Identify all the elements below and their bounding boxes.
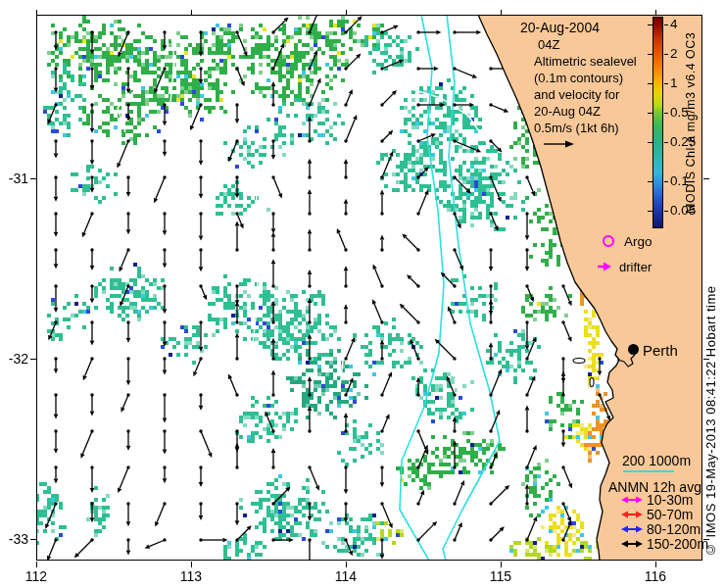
annotation-block: 20-Aug-200404ZAltimetric sealevel(0.1m c… xyxy=(520,20,637,136)
colorbar-tick xyxy=(648,211,652,212)
imos-modis-map-figure: 112113114115116-31-32-33 20-Aug-200404ZA… xyxy=(0,0,725,588)
depth-legend-row: 150-200m xyxy=(621,536,708,552)
annotation-line: 20-Aug 04Z xyxy=(534,103,637,120)
double-arrow-icon xyxy=(621,495,643,505)
x-axis-tick-top xyxy=(501,10,502,15)
drifter-label: drifter xyxy=(619,260,652,274)
velocity-scale-arrow-icon xyxy=(542,138,575,150)
credit-text: © IMOS 19-May-2013 08:41:22 Hobart time xyxy=(703,227,718,557)
y-axis-label: -32 xyxy=(0,351,28,367)
colorbar xyxy=(652,17,663,228)
depth-legend-label: 50-70m xyxy=(647,507,693,522)
isobath-legend-label: 200 1000m xyxy=(622,453,691,468)
double-arrow-icon xyxy=(621,510,643,519)
argo-label: Argo xyxy=(624,234,652,249)
depth-legend-label: 10-30m xyxy=(647,492,693,508)
x-axis-tick-top xyxy=(655,10,656,15)
x-axis-tick xyxy=(36,562,37,567)
y-axis-tick xyxy=(30,178,36,179)
x-axis-tick-top xyxy=(346,10,347,15)
colorbar-tick xyxy=(664,24,668,25)
depth-legend-label: 150-200m xyxy=(647,536,708,552)
colorbar-tick xyxy=(664,142,668,143)
double-arrow-icon xyxy=(621,524,643,534)
x-axis-label: 112 xyxy=(25,568,47,584)
drifter-marker-icon xyxy=(597,261,612,272)
depth-legend-row: 80-120m xyxy=(621,521,701,537)
y-axis-tick-right xyxy=(703,178,709,179)
y-axis-tick xyxy=(30,359,36,360)
x-axis-label: 113 xyxy=(180,568,202,584)
colorbar-tick-label: 1 xyxy=(670,75,678,90)
colorbar-tick xyxy=(648,142,652,143)
x-axis-label: 114 xyxy=(335,568,357,584)
colorbar-tick xyxy=(664,54,668,55)
argo-marker-icon xyxy=(603,235,614,247)
perth-city-marker xyxy=(628,344,639,355)
perth-label: Perth xyxy=(643,342,678,359)
y-axis-label: -33 xyxy=(0,531,28,547)
annotation-line: 04Z xyxy=(538,36,637,53)
x-axis-tick xyxy=(655,562,656,567)
colorbar-tick xyxy=(648,54,652,55)
x-axis-label: 116 xyxy=(645,568,666,584)
depth-legend-row: 50-70m xyxy=(621,507,693,522)
annotation-line: Altimetric sealevel xyxy=(534,53,637,70)
colorbar-tick xyxy=(664,83,668,84)
x-axis-label: 115 xyxy=(490,568,511,584)
colorbar-tick xyxy=(664,181,668,182)
annotation-line: (0.1m contours) xyxy=(534,70,637,86)
annotation-line: and velocity for xyxy=(534,86,637,103)
x-axis-tick-top xyxy=(191,10,192,15)
colorbar-tick-label: 2 xyxy=(670,46,678,61)
colorbar-tick xyxy=(664,113,668,114)
isobath-legend-line xyxy=(623,470,674,472)
depth-legend-row: 10-30m xyxy=(621,492,693,508)
x-axis-tick-top xyxy=(36,10,37,15)
annotation-line: 20-Aug-2004 xyxy=(520,20,637,36)
depth-legend-label: 80-120m xyxy=(647,521,701,537)
colorbar-tick xyxy=(648,113,652,114)
double-arrow-icon xyxy=(621,539,643,549)
y-axis-label: -31 xyxy=(0,171,28,186)
x-axis-tick xyxy=(501,562,502,567)
colorbar-tick xyxy=(648,83,652,84)
colorbar-title: MODIS Chl-a mg/m3 v6.4 OC3 xyxy=(684,22,698,214)
colorbar-tick xyxy=(648,181,652,182)
x-axis-tick xyxy=(346,562,347,567)
colorbar-tick xyxy=(664,211,668,212)
colorbar-tick xyxy=(648,24,652,25)
y-axis-tick xyxy=(30,539,36,540)
colorbar-tick-label: 4 xyxy=(670,17,678,31)
x-axis-tick xyxy=(191,562,192,567)
annotation-line: 0.5m/s (1kt 6h) xyxy=(534,120,637,136)
